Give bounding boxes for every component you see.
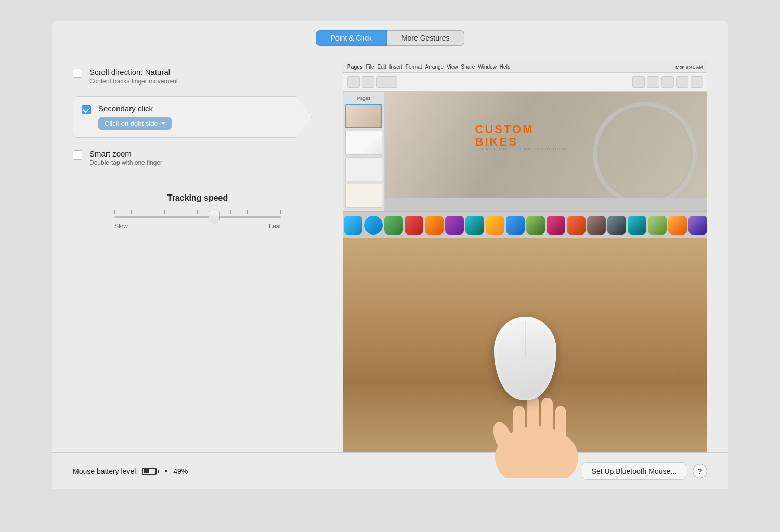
dock-icon[interactable] — [688, 216, 707, 235]
help-button[interactable]: ? — [693, 464, 707, 478]
dock-icon[interactable] — [648, 216, 667, 235]
dock-icon[interactable] — [628, 216, 646, 235]
smart-zoom-title: Smart zoom — [89, 149, 162, 158]
secondary-click-title: Secondary click — [98, 104, 172, 113]
tick — [247, 210, 248, 214]
dropdown-arrow-icon — [161, 122, 165, 125]
tick — [181, 210, 181, 214]
pages-main-content: CUSTOM BIKES EASY RIDE · SAN FRANCISCO — [385, 92, 707, 211]
custom-bikes-text: CUSTOM BIKES — [475, 123, 534, 148]
dock-icon[interactable] — [384, 216, 403, 235]
slider-track[interactable] — [114, 216, 281, 218]
tracking-speed-title: Tracking speed — [167, 193, 228, 203]
tracking-speed-slider-container: Slow Fast — [114, 210, 281, 230]
secondary-click-dropdown[interactable]: Click on right side — [98, 117, 172, 130]
toolbar-btn[interactable] — [661, 76, 674, 88]
right-panel: Pages File Edit Insert Format Arrange Vi… — [343, 61, 707, 478]
dock-icon[interactable] — [607, 216, 626, 235]
left-panel: Scroll direction: Natural Content tracks… — [73, 61, 322, 478]
page-thumb-4[interactable] — [345, 184, 382, 208]
battery-icon — [142, 468, 159, 475]
slider-fast-label: Fast — [269, 223, 281, 230]
toolbar-btn[interactable] — [362, 76, 374, 88]
bluetooth-mouse-button[interactable]: Set Up Bluetooth Mouse... — [582, 462, 686, 480]
page-thumb-2[interactable] — [345, 131, 382, 155]
battery-section: Mouse battery level: 49% — [73, 467, 188, 475]
battery-label: Mouse battery level: — [73, 467, 138, 475]
toolbar-btn[interactable] — [647, 76, 659, 88]
magic-mouse-demo — [343, 238, 707, 478]
dock-icon-safari[interactable] — [364, 216, 383, 235]
toolbar-btn[interactable] — [676, 76, 688, 88]
dock-icon[interactable] — [405, 216, 423, 235]
scroll-direction-title: Scroll direction: Natural — [89, 68, 178, 76]
tick — [264, 210, 264, 214]
battery-body — [142, 468, 157, 475]
dock-icon[interactable] — [465, 216, 484, 235]
toolbar-btn[interactable] — [632, 76, 645, 88]
mac-dock — [343, 211, 707, 238]
dock-icon[interactable] — [526, 216, 545, 235]
pages-toolbar — [343, 73, 707, 92]
svg-rect-1 — [513, 406, 525, 458]
content-area: Scroll direction: Natural Content tracks… — [52, 46, 728, 489]
svg-rect-4 — [555, 406, 566, 458]
toolbar-btn[interactable] — [691, 76, 703, 88]
dock-icon[interactable] — [486, 216, 504, 235]
battery-tip — [158, 470, 159, 473]
tick — [230, 210, 231, 214]
main-panel: Point & Click More Gestures Scroll direc… — [52, 21, 728, 489]
dock-icon[interactable] — [425, 216, 444, 235]
dock-icon[interactable] — [547, 216, 565, 235]
tick — [148, 210, 148, 214]
tick — [131, 210, 132, 214]
battery-percent: 49% — [173, 467, 188, 475]
dock-icon[interactable] — [506, 216, 525, 235]
tick — [280, 210, 281, 214]
dock-icon-finder[interactable] — [344, 216, 362, 235]
page-thumb-1[interactable] — [345, 104, 382, 128]
scroll-direction-option: Scroll direction: Natural Content tracks… — [73, 61, 322, 91]
tab-bar: Point & Click More Gestures — [52, 21, 728, 46]
tick — [164, 210, 165, 214]
secondary-click-checkbox[interactable] — [82, 105, 91, 114]
toolbar-btn[interactable] — [347, 76, 360, 88]
battery-dot — [165, 470, 167, 472]
toolbar-btn[interactable] — [376, 76, 397, 88]
svg-rect-2 — [527, 395, 539, 458]
tracking-speed-section: Tracking speed — [73, 193, 322, 230]
scroll-direction-subtitle: Content tracks finger movement — [89, 77, 178, 85]
secondary-click-container: Secondary click Click on right side — [73, 96, 312, 138]
dock-icon[interactable] — [567, 216, 586, 235]
scroll-direction-checkbox[interactable] — [73, 69, 82, 78]
dock-icon[interactable] — [587, 216, 606, 235]
smart-zoom-checkbox[interactable] — [73, 150, 82, 160]
dock-icon[interactable] — [445, 216, 464, 235]
slider-slow-label: Slow — [114, 223, 128, 230]
pages-demo-screenshot: Pages File Edit Insert Format Arrange Vi… — [343, 61, 707, 238]
pages-menubar: Pages File Edit Insert Format Arrange Vi… — [343, 61, 707, 73]
bottom-bar: Mouse battery level: 49% Set Up Bluetoot… — [52, 452, 728, 489]
smart-zoom-subtitle: Double-tap with one finger — [89, 159, 162, 166]
tab-point-click[interactable]: Point & Click — [316, 30, 387, 46]
pages-sidebar: Pages — [343, 92, 385, 211]
dock-icon[interactable] — [668, 216, 687, 235]
smart-zoom-option: Smart zoom Double-tap with one finger — [73, 143, 322, 173]
tick — [114, 210, 115, 214]
battery-fill — [144, 469, 149, 473]
svg-rect-3 — [541, 398, 553, 458]
tab-more-gestures[interactable]: More Gestures — [387, 30, 465, 46]
tick — [197, 210, 198, 214]
page-thumb-3[interactable] — [345, 157, 382, 181]
